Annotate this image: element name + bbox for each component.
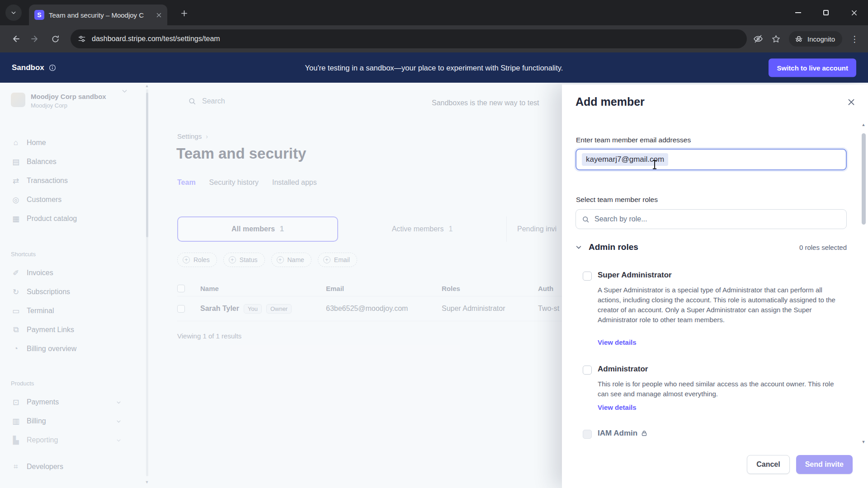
- send-invite-button[interactable]: Send invite: [796, 455, 853, 474]
- scroll-down-icon[interactable]: ▼: [861, 440, 866, 444]
- group-title: Admin roles: [589, 242, 638, 252]
- reload-icon: [51, 35, 60, 43]
- maximize-icon: [823, 10, 829, 15]
- role-search-input[interactable]: [594, 215, 840, 223]
- browser-menu-icon[interactable]: ⋮: [850, 34, 859, 44]
- browser-toolbar: dashboard.stripe.com/test/settings/team …: [0, 25, 868, 52]
- sandbox-banner-left: Sandbox: [12, 63, 56, 72]
- cancel-button[interactable]: Cancel: [747, 455, 789, 474]
- scroll-up-icon[interactable]: ▲: [861, 122, 866, 127]
- close-window-button[interactable]: [840, 0, 868, 25]
- role-checkbox[interactable]: [583, 366, 592, 375]
- role-name: Super Administrator: [598, 271, 672, 280]
- minimize-icon: [795, 12, 801, 13]
- reload-button[interactable]: [46, 30, 64, 48]
- view-details-link[interactable]: View details: [598, 338, 637, 346]
- role-name-text: IAM Admin: [598, 429, 637, 438]
- panel-close-button[interactable]: [847, 98, 855, 106]
- close-icon: [847, 98, 855, 106]
- new-tab-button[interactable]: [178, 7, 190, 19]
- sandbox-banner: Sandbox You're testing in a sandbox—your…: [0, 52, 868, 83]
- incognito-icon: [794, 34, 803, 43]
- role-checkbox[interactable]: [583, 272, 592, 281]
- switch-to-live-account-button[interactable]: Switch to live account: [769, 58, 856, 77]
- panel-scrollbar-thumb[interactable]: [862, 133, 866, 225]
- panel-title: Add member: [576, 95, 645, 108]
- panel-footer: Cancel Send invite: [747, 455, 853, 474]
- toolbar-actions: Incognito ⋮: [753, 31, 862, 47]
- roles-selected-count: 0 roles selected: [799, 244, 847, 251]
- bookmark-star-icon[interactable]: [771, 34, 781, 44]
- sandbox-label: Sandbox: [12, 63, 44, 72]
- address-bar[interactable]: dashboard.stripe.com/test/settings/team: [71, 29, 747, 48]
- role-description: This role is for people who need similar…: [598, 379, 836, 399]
- incognito-badge: Incognito: [789, 31, 842, 47]
- window-controls: [784, 0, 868, 25]
- close-icon: [851, 9, 858, 16]
- sandbox-banner-message: You're testing in a sandbox—your place t…: [305, 63, 563, 72]
- site-settings-icon[interactable]: [78, 35, 86, 43]
- tab-title: Team and security – Moodjoy C: [49, 11, 151, 19]
- email-input[interactable]: kayemarj7@gmail.com: [576, 149, 847, 170]
- back-button[interactable]: [6, 30, 24, 48]
- browser-tab[interactable]: S Team and security – Moodjoy C: [29, 5, 167, 25]
- role-name: Administrator: [598, 365, 648, 374]
- chevron-down-icon: [576, 244, 582, 250]
- preview-hidden-icon[interactable]: [753, 34, 763, 44]
- add-member-panel: Add member Enter team member email addre…: [562, 84, 868, 488]
- search-icon: [582, 216, 590, 223]
- role-checkbox-disabled: [583, 430, 592, 439]
- tab-search-button[interactable]: [5, 5, 22, 21]
- admin-roles-group-header[interactable]: Admin roles 0 roles selected: [576, 241, 847, 253]
- stripe-favicon-icon: S: [34, 10, 44, 20]
- role-search-field[interactable]: [576, 209, 847, 229]
- role-description: A Super Administrator is a special type …: [598, 285, 836, 325]
- view-details-link[interactable]: View details: [598, 404, 637, 411]
- forward-button[interactable]: [26, 30, 44, 48]
- roles-label: Select team member roles: [576, 196, 658, 204]
- back-icon: [11, 34, 20, 43]
- email-label: Enter team member email addresses: [576, 136, 691, 144]
- panel-scrollbar[interactable]: ▲ ▼: [861, 122, 866, 444]
- forward-icon: [31, 34, 40, 43]
- text-cursor: [652, 159, 657, 170]
- role-name: IAM Admin: [598, 429, 647, 438]
- chevron-down-icon: [11, 10, 16, 15]
- lock-icon: [641, 430, 647, 436]
- info-icon[interactable]: [49, 64, 56, 71]
- browser-tabstrip: S Team and security – Moodjoy C: [0, 0, 868, 25]
- url-text: dashboard.stripe.com/test/settings/team: [92, 35, 220, 43]
- app-root: Moodjoy Corp sandbox Moodjoy Corp ⌂ Home…: [0, 83, 868, 488]
- incognito-label: Incognito: [807, 35, 835, 43]
- maximize-button[interactable]: [812, 0, 840, 25]
- minimize-button[interactable]: [784, 0, 812, 25]
- tab-close-icon[interactable]: [156, 12, 162, 18]
